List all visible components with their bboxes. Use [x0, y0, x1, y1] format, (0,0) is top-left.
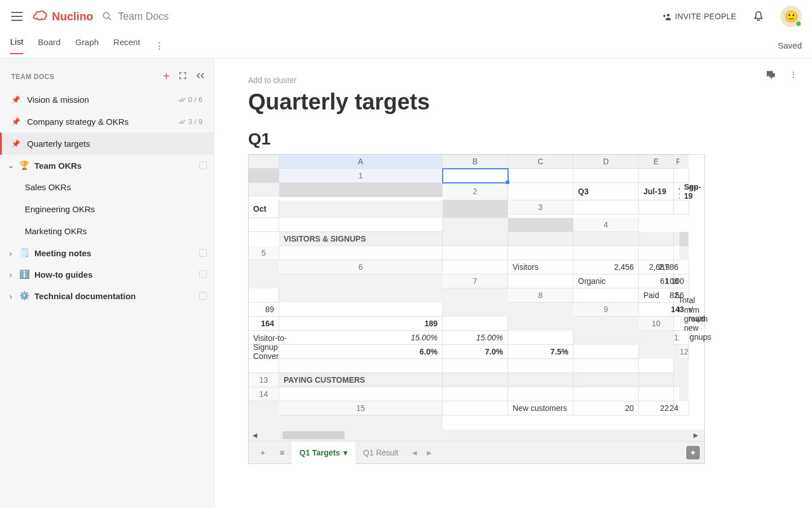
col-header[interactable]: D — [573, 155, 639, 169]
sidebar-item-strategy[interactable]: 📌 Company strategy & OKRs 3 / 9 — [0, 111, 214, 133]
table-cell[interactable]: 100 — [679, 274, 689, 288]
user-avatar[interactable]: 🙂 — [780, 6, 802, 27]
embedded-spreadsheet[interactable]: ABCDEF12Q3Jul-19Aug-19Sep-19Oct34VISITOR… — [248, 154, 705, 464]
table-cell[interactable]: Q3 — [573, 183, 639, 200]
add-to-cluster-button[interactable]: Add to cluster — [248, 76, 778, 85]
row-header[interactable]: 5 — [249, 246, 279, 260]
app-logo[interactable]: Nuclino — [33, 10, 93, 23]
row-header[interactable]: 14 — [249, 387, 279, 401]
table-cell[interactable] — [443, 401, 508, 415]
view-tab-graph[interactable]: Graph — [75, 37, 99, 54]
table-cell[interactable] — [573, 288, 639, 303]
table-cell[interactable] — [443, 317, 508, 331]
table-cell[interactable] — [639, 200, 674, 214]
table-cell[interactable] — [573, 232, 639, 246]
table-cell[interactable] — [443, 260, 508, 274]
scroll-thumb[interactable] — [283, 431, 345, 439]
table-cell[interactable]: 2,456 — [573, 260, 639, 274]
table-cell[interactable] — [639, 169, 674, 183]
doc-more-button[interactable]: ⋮ — [789, 70, 797, 82]
sidebar-group-team-okrs[interactable]: ⌄ 🏆 Team OKRs — [0, 155, 214, 176]
vscroll-thumb[interactable] — [249, 169, 279, 183]
sheet-add-button[interactable]: + — [253, 448, 272, 457]
scroll-right-icon[interactable]: ► — [690, 431, 702, 440]
row-header[interactable]: 2 — [443, 183, 508, 200]
vscroll-thumb[interactable] — [279, 183, 443, 197]
table-cell[interactable]: 15.00% — [443, 331, 508, 345]
table-cell[interactable] — [573, 246, 639, 260]
table-cell[interactable] — [279, 303, 443, 317]
vscroll-thumb[interactable] — [443, 200, 508, 218]
sheet-tab-q1-targets[interactable]: Q1 Targets ▾ — [292, 441, 355, 464]
table-cell[interactable]: 7.5% — [508, 345, 573, 359]
col-header[interactable]: C — [508, 155, 573, 169]
sheet-tab-prev-button[interactable]: ◄ — [411, 448, 418, 457]
row-header[interactable]: 6 — [279, 260, 443, 274]
table-cell[interactable] — [443, 359, 508, 373]
invite-people-button[interactable]: INVITE PEOPLE — [661, 12, 736, 21]
table-cell[interactable] — [508, 274, 573, 288]
row-header[interactable]: 9 — [573, 303, 639, 317]
table-cell[interactable] — [508, 331, 573, 345]
table-cell[interactable] — [573, 169, 639, 183]
table-cell[interactable] — [508, 183, 573, 200]
sidebar-item-engineering-okrs[interactable]: Engineering OKRs — [0, 198, 214, 220]
table-cell[interactable]: 189 — [279, 317, 443, 331]
sidebar-group-meeting-notes[interactable]: › 🗒️ Meeting notes — [0, 242, 214, 264]
table-cell[interactable] — [508, 387, 573, 401]
table-cell[interactable] — [249, 218, 279, 232]
corner-cell[interactable] — [249, 155, 279, 169]
table-cell[interactable] — [639, 246, 674, 260]
table-cell[interactable] — [573, 359, 639, 373]
vscroll-thumb[interactable] — [679, 232, 689, 246]
table-cell[interactable] — [443, 373, 508, 387]
col-header[interactable]: A — [279, 155, 443, 169]
sidebar-group-checkbox[interactable] — [199, 270, 207, 278]
row-header[interactable]: 3 — [508, 200, 573, 214]
table-cell[interactable] — [573, 387, 639, 401]
row-header[interactable]: 8 — [508, 288, 573, 303]
table-cell[interactable]: 89 — [249, 303, 279, 317]
table-cell[interactable]: 20 — [573, 401, 639, 415]
table-cell[interactable]: 22 — [639, 401, 674, 415]
table-cell[interactable]: Jul-19 — [639, 183, 674, 200]
table-cell[interactable] — [573, 345, 639, 359]
row-header[interactable]: 7 — [443, 274, 508, 288]
row-header[interactable]: 1 — [279, 169, 443, 183]
table-cell[interactable]: 7.0% — [443, 345, 508, 359]
table-cell[interactable] — [443, 232, 508, 246]
table-cell[interactable] — [679, 169, 689, 183]
table-cell[interactable]: 6.0% — [279, 345, 443, 359]
table-cell[interactable] — [249, 288, 279, 303]
table-cell[interactable] — [279, 359, 443, 373]
view-tab-board[interactable]: Board — [38, 37, 60, 54]
scroll-left-icon[interactable]: ◄ — [249, 431, 261, 440]
sidebar-item-quarterly-targets[interactable]: 📌 Quarterly targets — [0, 133, 214, 155]
table-cell[interactable] — [639, 387, 674, 401]
table-cell[interactable] — [508, 359, 573, 373]
table-cell[interactable]: m/m growth new signups — [679, 317, 689, 331]
row-header[interactable]: 12 — [679, 345, 689, 359]
search-field[interactable] — [102, 10, 230, 23]
chevron-down-icon[interactable]: ▾ — [343, 448, 347, 457]
table-cell[interactable]: Oct — [249, 200, 279, 218]
table-cell[interactable] — [443, 169, 508, 183]
sidebar-group-technical-docs[interactable]: › ⚙️ Technical documentation — [0, 285, 214, 306]
table-cell[interactable]: Visitors — [508, 260, 573, 274]
sidebar-group-howto[interactable]: › ℹ️ How-to guides — [0, 264, 214, 285]
sidebar-item-sales-okrs[interactable]: Sales OKRs — [0, 176, 214, 198]
table-cell[interactable] — [573, 373, 639, 387]
table-cell[interactable] — [279, 387, 443, 401]
col-header[interactable]: B — [443, 155, 508, 169]
row-header[interactable]: 10 — [639, 317, 674, 331]
table-cell[interactable] — [443, 246, 508, 260]
table-cell[interactable] — [249, 359, 279, 373]
table-cell[interactable] — [679, 401, 689, 415]
vscroll-thumb[interactable] — [508, 218, 573, 232]
row-header[interactable]: 15 — [279, 401, 443, 415]
row-header[interactable]: 4 — [573, 218, 639, 232]
row-header[interactable]: 13 — [249, 373, 279, 387]
table-cell[interactable] — [679, 331, 689, 345]
sidebar-item-vision[interactable]: 📌 Vision & mission 0 / 6 — [0, 89, 214, 111]
table-cell[interactable]: Visitor-to-Signup Conversion Rate — [249, 345, 279, 359]
